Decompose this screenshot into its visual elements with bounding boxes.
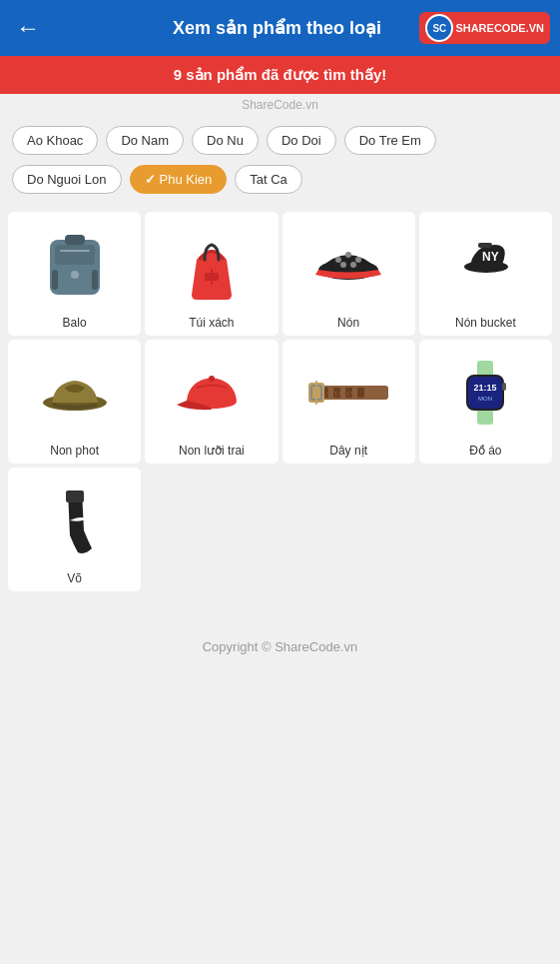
chip-ao-khoac[interactable]: Ao Khoac xyxy=(12,126,98,155)
product-non-bucket-image: NY xyxy=(435,220,535,310)
svg-rect-4 xyxy=(52,270,58,290)
svg-rect-5 xyxy=(92,270,98,290)
svg-rect-39 xyxy=(66,490,84,502)
product-non[interactable]: Nón xyxy=(282,212,415,336)
product-non-image xyxy=(298,220,398,310)
header: ← Xem sản phẩm theo loại SC SHARECODE.VN xyxy=(0,0,560,56)
result-text: 9 sản phẩm đã được tìm thấy! xyxy=(174,66,387,83)
product-non-phot[interactable]: Non phot xyxy=(8,340,141,464)
product-balo-label: Balo xyxy=(63,316,87,330)
svg-rect-32 xyxy=(477,361,493,377)
chip-do-nguoi-lon[interactable]: Do Nguoi Lon xyxy=(12,165,122,194)
product-do-ao-label: Đồ áo xyxy=(469,444,501,458)
product-day-nit-label: Dây nịt xyxy=(329,444,367,458)
product-non-luoi-trai[interactable]: Non lưỡi trai xyxy=(145,340,278,464)
product-day-nit-image: LV LV LV xyxy=(298,348,398,438)
filter-row: Ao Khoac Do Nam Do Nu Do Doi Do Tre Em xyxy=(0,116,560,165)
svg-point-10 xyxy=(335,257,341,263)
chip-do-nu[interactable]: Do Nu xyxy=(192,126,259,155)
product-balo[interactable]: Balo xyxy=(8,212,141,336)
svg-point-13 xyxy=(340,262,346,268)
svg-rect-3 xyxy=(65,235,85,245)
logo-text: SHARECODE.VN xyxy=(455,22,544,34)
back-button[interactable]: ← xyxy=(16,14,40,42)
svg-rect-1 xyxy=(55,245,95,265)
chip-do-doi[interactable]: Do Doi xyxy=(267,126,336,155)
svg-point-11 xyxy=(345,252,351,258)
footer-text: Copyright © ShareCode.vn xyxy=(203,639,358,654)
svg-rect-25 xyxy=(357,388,364,398)
product-vo-label: Võ xyxy=(67,571,82,585)
svg-point-6 xyxy=(71,271,79,279)
product-non-luoi-trai-label: Non lưỡi trai xyxy=(179,444,245,458)
svg-rect-2 xyxy=(60,250,90,252)
svg-point-20 xyxy=(209,376,215,382)
svg-rect-33 xyxy=(477,409,493,425)
product-non-bucket[interactable]: NY Nón bucket xyxy=(419,212,552,336)
product-non-phot-label: Non phot xyxy=(50,444,99,458)
chip-do-tre-em[interactable]: Do Tre Em xyxy=(344,126,436,155)
result-bar: 9 sản phẩm đã được tìm thấy! xyxy=(0,56,560,94)
product-balo-image xyxy=(25,220,125,310)
product-tui-xach[interactable]: Túi xách xyxy=(145,212,278,336)
chip-phu-kien[interactable]: Phu Kien xyxy=(130,165,228,194)
svg-rect-31 xyxy=(315,381,317,405)
product-do-ao-image: 21:15 MON xyxy=(435,348,535,438)
svg-rect-38 xyxy=(502,383,506,391)
chip-do-nam[interactable]: Do Nam xyxy=(106,126,184,155)
filter-row-2: Do Nguoi Lon Phu Kien Tat Ca xyxy=(0,165,560,204)
svg-text:LV: LV xyxy=(334,390,343,398)
footer: Copyright © ShareCode.vn xyxy=(0,619,560,674)
product-day-nit[interactable]: LV LV LV Dây nịt xyxy=(282,340,415,464)
product-grid: Balo Túi xách xyxy=(0,204,560,599)
logo-icon: SC xyxy=(425,14,453,42)
logo: SC SHARECODE.VN xyxy=(419,12,550,44)
svg-rect-35 xyxy=(468,377,502,409)
svg-text:LV: LV xyxy=(346,390,355,398)
product-non-phot-image xyxy=(25,348,125,438)
watermark: ShareCode.vn xyxy=(0,94,560,116)
svg-point-14 xyxy=(350,262,356,268)
product-non-bucket-label: Nón bucket xyxy=(455,316,516,330)
chip-tat-ca[interactable]: Tat Ca xyxy=(235,165,302,194)
svg-rect-15 xyxy=(478,243,492,248)
product-tui-xach-label: Túi xách xyxy=(189,316,234,330)
product-vo[interactable]: Võ xyxy=(8,468,141,591)
svg-text:NY: NY xyxy=(482,250,499,264)
svg-point-12 xyxy=(355,257,361,263)
product-non-luoi-trai-image xyxy=(162,348,262,438)
product-tui-xach-image xyxy=(162,220,262,310)
svg-text:MON: MON xyxy=(478,396,492,402)
svg-rect-8 xyxy=(211,269,213,285)
product-vo-image xyxy=(25,476,125,565)
svg-text:21:15: 21:15 xyxy=(474,383,497,393)
product-do-ao[interactable]: 21:15 MON Đồ áo xyxy=(419,340,552,464)
product-non-label: Nón xyxy=(337,316,359,330)
